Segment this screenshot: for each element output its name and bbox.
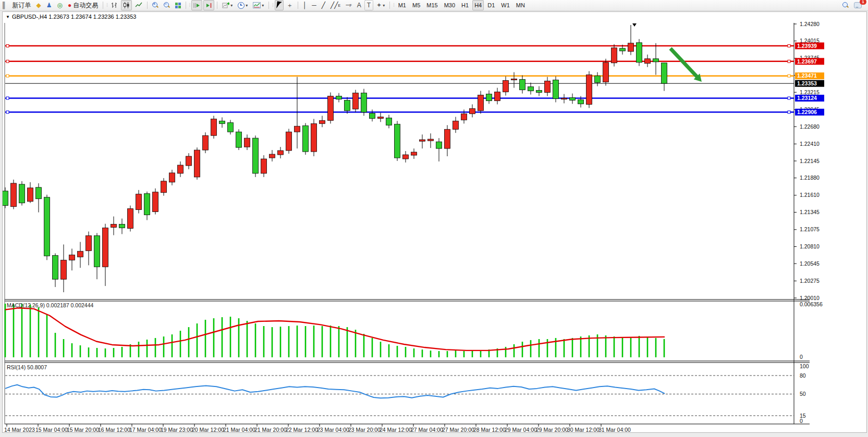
candle-body xyxy=(3,191,8,206)
time-tick-label: 30 Mar 12:00 xyxy=(567,427,600,432)
time-tick-label: 29 Mar 04:00 xyxy=(505,427,537,432)
svg-text:80: 80 xyxy=(800,372,806,379)
candle-body xyxy=(595,76,601,83)
candle-body xyxy=(378,117,384,118)
time-tick-label: 31 Mar 04:00 xyxy=(598,427,631,432)
price-tick-label: 1.21345 xyxy=(800,209,820,215)
notification-badge: 1 xyxy=(860,0,866,5)
crosshair-tool-button[interactable]: ＋ xyxy=(285,1,295,10)
dropdown-arrow-icon: ▾ xyxy=(230,3,233,8)
text-tool[interactable]: A xyxy=(355,1,363,10)
autotrade-status-icon: ● xyxy=(68,2,71,8)
price-tick-label: 1.22145 xyxy=(800,158,820,164)
chart-canvas[interactable]: 1.242801.240151.237451.234801.232151.229… xyxy=(3,12,866,432)
macd-signal-line xyxy=(5,308,665,351)
time-tick-label: 19 Mar 23:00 xyxy=(161,427,193,432)
candle-body xyxy=(628,43,634,52)
candle-body xyxy=(612,48,617,63)
candle-body xyxy=(303,126,309,152)
time-tick-label: 29 Mar 20:00 xyxy=(536,427,568,432)
time-tick-label: 15 Mar 04:00 xyxy=(35,427,68,432)
candle-body xyxy=(336,96,342,99)
profile-icon[interactable]: ◆ xyxy=(34,1,43,10)
chart-shift-button[interactable] xyxy=(203,0,214,10)
ohlc-bars-icon xyxy=(111,2,118,8)
arrows-tool[interactable]: ✦▾ xyxy=(374,1,387,10)
candle-body xyxy=(361,93,367,113)
template-menu-button[interactable]: ▾ xyxy=(251,1,266,10)
cursor-tool-button[interactable] xyxy=(275,0,284,10)
candlestick-mode-button[interactable] xyxy=(121,0,132,10)
svg-text:1.23353: 1.23353 xyxy=(797,80,817,86)
timeframe-m15-button[interactable]: M15 xyxy=(424,1,440,10)
trendline-tool[interactable]: ╱ xyxy=(320,1,327,10)
candle-body xyxy=(228,122,234,132)
level-anchor xyxy=(6,97,9,99)
candle-body xyxy=(620,48,626,51)
candle-body xyxy=(28,188,33,202)
price-tick-label: 1.22680 xyxy=(800,123,820,130)
toolbar-separator xyxy=(147,2,148,9)
timeframe-d1-button[interactable]: D1 xyxy=(485,1,497,10)
timeframe-mn-button[interactable]: MN xyxy=(514,1,528,10)
chart-title-text: GBPUSD-,H4 1.23673 1.23674 1.23236 1.233… xyxy=(12,14,137,20)
dropdown-arrow-icon: ▾ xyxy=(383,3,385,8)
clipped-edge-icon: ▌ xyxy=(1,1,9,10)
candle-body xyxy=(178,165,184,173)
symbol-collapse-icon[interactable]: ▼ xyxy=(6,15,10,19)
rsi-label: RSI(14) 50.8007 xyxy=(7,364,47,370)
fibonacci-tool[interactable]: ┄F xyxy=(344,1,354,10)
timeframe-w1-button[interactable]: W1 xyxy=(498,1,512,10)
candle-body xyxy=(370,113,375,118)
candle-body xyxy=(36,188,42,199)
template-icon xyxy=(253,2,261,8)
timeframe-m30-button[interactable]: M30 xyxy=(442,1,458,10)
candle-body xyxy=(61,260,67,279)
level-anchor xyxy=(788,97,790,99)
search-button[interactable] xyxy=(840,1,851,10)
dropdown-arrow-icon: ▾ xyxy=(246,3,248,8)
notifications-button[interactable]: 1 xyxy=(852,1,864,10)
horizontal-line-tool[interactable]: ─ xyxy=(310,1,319,10)
add-indicator-button[interactable]: ▾ xyxy=(220,1,235,10)
auto-scroll-button[interactable] xyxy=(191,0,202,10)
terminal-icon[interactable]: ♟ xyxy=(44,1,54,10)
zoom-in-button[interactable]: + xyxy=(150,1,161,10)
svg-text:0.006356: 0.006356 xyxy=(800,301,823,307)
market-watch-icon[interactable]: ◎ xyxy=(55,1,65,10)
toolbar-separator xyxy=(103,2,103,9)
candle-body xyxy=(578,99,584,104)
candle-body xyxy=(503,81,509,92)
clock-icon xyxy=(238,2,244,9)
time-tick-label: 21 Mar 20:00 xyxy=(254,427,287,432)
zoom-out-button[interactable]: − xyxy=(162,1,172,10)
timeframe-h1-button[interactable]: H1 xyxy=(459,1,471,10)
main-toolbar: ▌ 新订单 ◆ ♟ ◎ ● 自动交易 ⁞ + − ⁞ ▾ ▾ ▾ ⁞ ＋ │ ─… xyxy=(0,0,868,11)
vertical-line-tool[interactable]: │ xyxy=(301,1,309,10)
candle-body xyxy=(236,132,242,147)
new-order-button[interactable]: 新订单 xyxy=(10,1,33,10)
period-menu-button[interactable]: ▾ xyxy=(236,1,250,10)
tile-windows-button[interactable] xyxy=(173,1,183,10)
arrows-icon: ✦ xyxy=(376,2,382,8)
candle-body xyxy=(645,59,651,64)
timeframe-m1-button[interactable]: M1 xyxy=(396,1,409,10)
price-tick-label: 1.20545 xyxy=(800,260,820,267)
price-tick-label: 1.21610 xyxy=(800,192,820,198)
channel-tool[interactable]: ╱╱E xyxy=(328,1,343,10)
candle-body xyxy=(111,224,117,228)
chart-title: ▼GBPUSD-,H4 1.23673 1.23674 1.23236 1.23… xyxy=(6,14,136,20)
candle-body xyxy=(69,255,75,260)
text-label-tool[interactable]: T xyxy=(364,0,373,10)
autotrade-button[interactable]: ● 自动交易 xyxy=(66,1,100,10)
candle-body xyxy=(403,155,409,159)
crosshair-icon: ＋ xyxy=(287,2,293,8)
candle-body xyxy=(586,75,592,105)
candle-body xyxy=(311,123,317,152)
line-chart-mode-button[interactable] xyxy=(133,1,144,10)
timeframe-h4-button[interactable]: H4 xyxy=(472,0,484,10)
level-anchor xyxy=(788,45,790,47)
svg-text:1.23697: 1.23697 xyxy=(797,58,817,65)
bar-chart-mode-button[interactable] xyxy=(109,1,120,10)
timeframe-m5-button[interactable]: M5 xyxy=(410,1,423,10)
